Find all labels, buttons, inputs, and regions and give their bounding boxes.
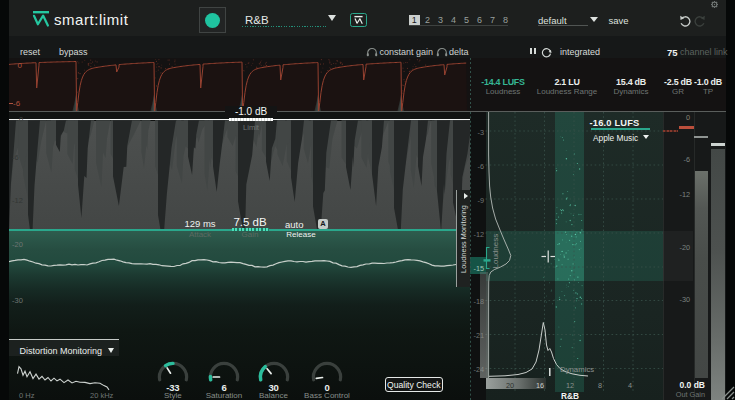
svg-text:Loudness: Loudness (491, 234, 500, 269)
